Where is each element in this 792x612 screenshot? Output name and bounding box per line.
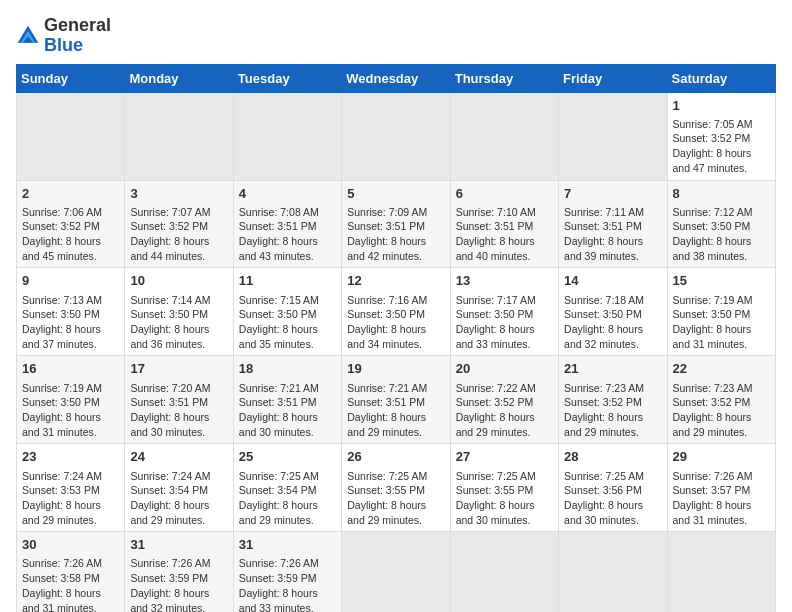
sunset-text: Sunset: 3:59 PM	[239, 572, 317, 584]
day-number: 2	[22, 185, 119, 203]
daylight-text: Daylight: 8 hours and 30 minutes.	[130, 411, 209, 438]
daylight-text: Daylight: 8 hours and 44 minutes.	[130, 235, 209, 262]
sunrise-text: Sunrise: 7:17 AM	[456, 294, 536, 306]
logo-icon	[16, 24, 40, 48]
daylight-text: Daylight: 8 hours and 33 minutes.	[456, 323, 535, 350]
sunrise-text: Sunrise: 7:05 AM	[673, 118, 753, 130]
daylight-text: Daylight: 8 hours and 30 minutes.	[564, 499, 643, 526]
sunset-text: Sunset: 3:54 PM	[130, 484, 208, 496]
daylight-text: Daylight: 8 hours and 31 minutes.	[22, 411, 101, 438]
sunrise-text: Sunrise: 7:13 AM	[22, 294, 102, 306]
sunset-text: Sunset: 3:50 PM	[456, 308, 534, 320]
calendar-cell	[17, 92, 125, 180]
header-thursday: Thursday	[450, 64, 558, 92]
calendar-cell: 7Sunrise: 7:11 AMSunset: 3:51 PMDaylight…	[559, 180, 667, 268]
calendar-cell: 28Sunrise: 7:25 AMSunset: 3:56 PMDayligh…	[559, 444, 667, 532]
calendar-week-5: 30Sunrise: 7:26 AMSunset: 3:58 PMDayligh…	[17, 532, 776, 612]
daylight-text: Daylight: 8 hours and 29 minutes.	[673, 411, 752, 438]
sunrise-text: Sunrise: 7:18 AM	[564, 294, 644, 306]
day-number: 3	[130, 185, 227, 203]
calendar-cell: 13Sunrise: 7:17 AMSunset: 3:50 PMDayligh…	[450, 268, 558, 356]
calendar-cell	[125, 92, 233, 180]
sunset-text: Sunset: 3:52 PM	[673, 396, 751, 408]
daylight-text: Daylight: 8 hours and 38 minutes.	[673, 235, 752, 262]
calendar-cell: 18Sunrise: 7:21 AMSunset: 3:51 PMDayligh…	[233, 356, 341, 444]
daylight-text: Daylight: 8 hours and 43 minutes.	[239, 235, 318, 262]
sunset-text: Sunset: 3:52 PM	[456, 396, 534, 408]
calendar-week-1: 2Sunrise: 7:06 AMSunset: 3:52 PMDaylight…	[17, 180, 776, 268]
logo-general-text: General	[44, 16, 111, 36]
sunset-text: Sunset: 3:50 PM	[564, 308, 642, 320]
daylight-text: Daylight: 8 hours and 30 minutes.	[239, 411, 318, 438]
daylight-text: Daylight: 8 hours and 47 minutes.	[673, 147, 752, 174]
sunset-text: Sunset: 3:55 PM	[456, 484, 534, 496]
sunrise-text: Sunrise: 7:22 AM	[456, 382, 536, 394]
calendar-cell: 16Sunrise: 7:19 AMSunset: 3:50 PMDayligh…	[17, 356, 125, 444]
day-number: 24	[130, 448, 227, 466]
sunrise-text: Sunrise: 7:26 AM	[22, 557, 102, 569]
day-number: 21	[564, 360, 661, 378]
daylight-text: Daylight: 8 hours and 29 minutes.	[456, 411, 535, 438]
daylight-text: Daylight: 8 hours and 32 minutes.	[130, 587, 209, 612]
day-number: 25	[239, 448, 336, 466]
daylight-text: Daylight: 8 hours and 29 minutes.	[564, 411, 643, 438]
calendar-cell	[559, 532, 667, 612]
sunrise-text: Sunrise: 7:07 AM	[130, 206, 210, 218]
daylight-text: Daylight: 8 hours and 29 minutes.	[347, 499, 426, 526]
sunset-text: Sunset: 3:52 PM	[130, 220, 208, 232]
calendar-cell: 6Sunrise: 7:10 AMSunset: 3:51 PMDaylight…	[450, 180, 558, 268]
daylight-text: Daylight: 8 hours and 37 minutes.	[22, 323, 101, 350]
daylight-text: Daylight: 8 hours and 29 minutes.	[22, 499, 101, 526]
sunset-text: Sunset: 3:51 PM	[130, 396, 208, 408]
calendar-cell: 2Sunrise: 7:06 AMSunset: 3:52 PMDaylight…	[17, 180, 125, 268]
calendar-cell: 19Sunrise: 7:21 AMSunset: 3:51 PMDayligh…	[342, 356, 450, 444]
header-monday: Monday	[125, 64, 233, 92]
calendar-cell	[450, 532, 558, 612]
day-number: 20	[456, 360, 553, 378]
sunset-text: Sunset: 3:50 PM	[22, 396, 100, 408]
calendar-week-3: 16Sunrise: 7:19 AMSunset: 3:50 PMDayligh…	[17, 356, 776, 444]
sunrise-text: Sunrise: 7:25 AM	[456, 470, 536, 482]
sunset-text: Sunset: 3:50 PM	[130, 308, 208, 320]
day-number: 10	[130, 272, 227, 290]
sunrise-text: Sunrise: 7:21 AM	[347, 382, 427, 394]
calendar-cell	[342, 92, 450, 180]
calendar-cell: 10Sunrise: 7:14 AMSunset: 3:50 PMDayligh…	[125, 268, 233, 356]
header-tuesday: Tuesday	[233, 64, 341, 92]
daylight-text: Daylight: 8 hours and 40 minutes.	[456, 235, 535, 262]
daylight-text: Daylight: 8 hours and 31 minutes.	[22, 587, 101, 612]
sunset-text: Sunset: 3:51 PM	[564, 220, 642, 232]
daylight-text: Daylight: 8 hours and 45 minutes.	[22, 235, 101, 262]
calendar-cell: 17Sunrise: 7:20 AMSunset: 3:51 PMDayligh…	[125, 356, 233, 444]
calendar-cell	[450, 92, 558, 180]
day-number: 23	[22, 448, 119, 466]
calendar-cell: 14Sunrise: 7:18 AMSunset: 3:50 PMDayligh…	[559, 268, 667, 356]
sunset-text: Sunset: 3:51 PM	[347, 220, 425, 232]
calendar-cell: 12Sunrise: 7:16 AMSunset: 3:50 PMDayligh…	[342, 268, 450, 356]
day-number: 1	[673, 97, 770, 115]
day-number: 9	[22, 272, 119, 290]
daylight-text: Daylight: 8 hours and 29 minutes.	[239, 499, 318, 526]
sunset-text: Sunset: 3:52 PM	[673, 132, 751, 144]
logo-blue-text: Blue	[44, 36, 111, 56]
sunset-text: Sunset: 3:55 PM	[347, 484, 425, 496]
sunset-text: Sunset: 3:58 PM	[22, 572, 100, 584]
calendar-cell: 26Sunrise: 7:25 AMSunset: 3:55 PMDayligh…	[342, 444, 450, 532]
sunrise-text: Sunrise: 7:15 AM	[239, 294, 319, 306]
calendar-cell: 4Sunrise: 7:08 AMSunset: 3:51 PMDaylight…	[233, 180, 341, 268]
sunrise-text: Sunrise: 7:25 AM	[347, 470, 427, 482]
calendar-cell: 5Sunrise: 7:09 AMSunset: 3:51 PMDaylight…	[342, 180, 450, 268]
calendar-cell: 30Sunrise: 7:26 AMSunset: 3:58 PMDayligh…	[17, 532, 125, 612]
logo: GeneralBlue	[16, 16, 111, 56]
sunrise-text: Sunrise: 7:06 AM	[22, 206, 102, 218]
day-number: 11	[239, 272, 336, 290]
calendar-table: SundayMondayTuesdayWednesdayThursdayFrid…	[16, 64, 776, 612]
day-number: 6	[456, 185, 553, 203]
day-number: 31	[130, 536, 227, 554]
calendar-cell	[233, 92, 341, 180]
sunset-text: Sunset: 3:51 PM	[239, 396, 317, 408]
sunset-text: Sunset: 3:50 PM	[347, 308, 425, 320]
sunrise-text: Sunrise: 7:10 AM	[456, 206, 536, 218]
day-number: 29	[673, 448, 770, 466]
day-number: 18	[239, 360, 336, 378]
